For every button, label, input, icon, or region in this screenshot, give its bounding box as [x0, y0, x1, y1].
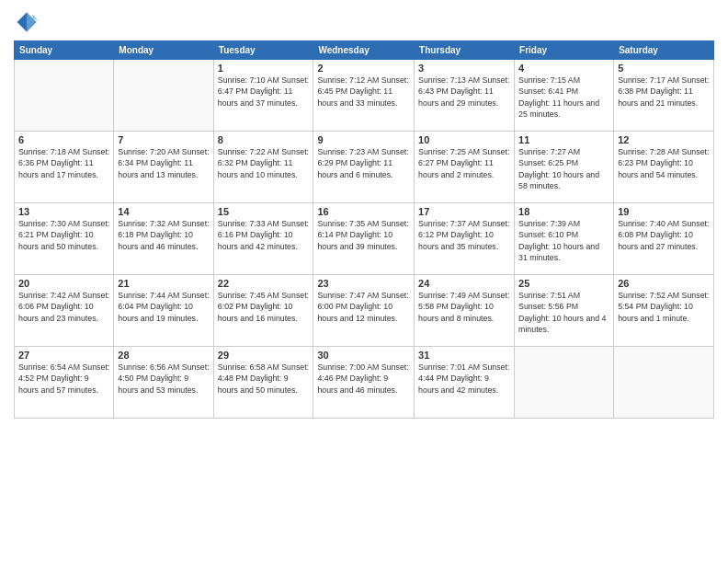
day-cell: 7Sunrise: 7:20 AM Sunset: 6:34 PM Daylig… — [114, 132, 213, 203]
day-cell: 31Sunrise: 7:01 AM Sunset: 4:44 PM Dayli… — [415, 347, 515, 419]
day-number: 13 — [18, 206, 109, 217]
header — [14, 9, 714, 35]
day-info: Sunrise: 6:56 AM Sunset: 4:50 PM Dayligh… — [118, 362, 209, 396]
day-info: Sunrise: 7:42 AM Sunset: 6:06 PM Dayligh… — [18, 290, 109, 324]
day-number: 23 — [317, 278, 410, 289]
day-number: 8 — [218, 134, 310, 145]
day-cell: 30Sunrise: 7:00 AM Sunset: 4:46 PM Dayli… — [313, 347, 415, 419]
day-number: 4 — [518, 63, 609, 74]
day-number: 30 — [317, 350, 410, 361]
day-info: Sunrise: 7:17 AM Sunset: 6:38 PM Dayligh… — [618, 75, 710, 109]
col-header-sunday: Sunday — [15, 41, 114, 60]
day-number: 17 — [418, 206, 510, 217]
day-info: Sunrise: 6:54 AM Sunset: 4:52 PM Dayligh… — [18, 362, 109, 396]
day-cell: 8Sunrise: 7:22 AM Sunset: 6:32 PM Daylig… — [213, 132, 313, 203]
day-cell: 11Sunrise: 7:27 AM Sunset: 6:25 PM Dayli… — [515, 132, 614, 203]
day-number: 9 — [317, 134, 410, 145]
day-info: Sunrise: 7:37 AM Sunset: 6:12 PM Dayligh… — [418, 218, 510, 252]
day-info: Sunrise: 7:12 AM Sunset: 6:45 PM Dayligh… — [317, 75, 410, 109]
day-number: 6 — [18, 134, 109, 145]
day-cell: 15Sunrise: 7:33 AM Sunset: 6:16 PM Dayli… — [213, 203, 313, 275]
day-info: Sunrise: 7:01 AM Sunset: 4:44 PM Dayligh… — [418, 362, 510, 396]
day-cell — [114, 60, 213, 132]
page: SundayMondayTuesdayWednesdayThursdayFrid… — [0, 0, 728, 563]
day-number: 25 — [518, 278, 609, 289]
day-cell: 16Sunrise: 7:35 AM Sunset: 6:14 PM Dayli… — [313, 203, 415, 275]
day-info: Sunrise: 7:40 AM Sunset: 6:08 PM Dayligh… — [618, 218, 710, 252]
day-number: 26 — [618, 278, 710, 289]
day-cell: 12Sunrise: 7:28 AM Sunset: 6:23 PM Dayli… — [614, 132, 714, 203]
day-info: Sunrise: 7:13 AM Sunset: 6:43 PM Dayligh… — [418, 75, 510, 109]
day-info: Sunrise: 7:52 AM Sunset: 5:54 PM Dayligh… — [618, 290, 710, 324]
col-header-friday: Friday — [515, 41, 614, 60]
day-number: 15 — [218, 206, 310, 217]
day-cell: 4Sunrise: 7:15 AM Sunset: 6:41 PM Daylig… — [515, 60, 614, 132]
week-row-4: 27Sunrise: 6:54 AM Sunset: 4:52 PM Dayli… — [15, 347, 714, 419]
day-number: 22 — [218, 278, 310, 289]
week-row-1: 6Sunrise: 7:18 AM Sunset: 6:36 PM Daylig… — [15, 132, 714, 203]
day-number: 5 — [618, 63, 710, 74]
day-number: 3 — [418, 63, 510, 74]
day-number: 31 — [418, 350, 510, 361]
day-number: 1 — [218, 63, 310, 74]
day-number: 10 — [418, 134, 510, 145]
day-cell: 1Sunrise: 7:10 AM Sunset: 6:47 PM Daylig… — [213, 60, 313, 132]
day-cell: 19Sunrise: 7:40 AM Sunset: 6:08 PM Dayli… — [614, 203, 714, 275]
day-info: Sunrise: 7:10 AM Sunset: 6:47 PM Dayligh… — [218, 75, 310, 109]
day-info: Sunrise: 6:58 AM Sunset: 4:48 PM Dayligh… — [218, 362, 310, 396]
calendar: SundayMondayTuesdayWednesdayThursdayFrid… — [14, 40, 714, 419]
logo-icon — [14, 9, 40, 35]
day-number: 11 — [518, 134, 609, 145]
day-number: 12 — [618, 134, 710, 145]
col-header-thursday: Thursday — [415, 41, 515, 60]
day-info: Sunrise: 7:20 AM Sunset: 6:34 PM Dayligh… — [118, 146, 209, 180]
day-info: Sunrise: 7:45 AM Sunset: 6:02 PM Dayligh… — [218, 290, 310, 324]
day-number: 21 — [118, 278, 209, 289]
day-info: Sunrise: 7:00 AM Sunset: 4:46 PM Dayligh… — [317, 362, 410, 396]
col-header-tuesday: Tuesday — [213, 41, 313, 60]
day-number: 16 — [317, 206, 410, 217]
col-header-wednesday: Wednesday — [313, 41, 415, 60]
day-cell: 14Sunrise: 7:32 AM Sunset: 6:18 PM Dayli… — [114, 203, 213, 275]
day-cell — [15, 60, 114, 132]
day-info: Sunrise: 7:51 AM Sunset: 5:56 PM Dayligh… — [518, 290, 609, 335]
day-cell: 10Sunrise: 7:25 AM Sunset: 6:27 PM Dayli… — [415, 132, 515, 203]
day-number: 28 — [118, 350, 209, 361]
day-info: Sunrise: 7:32 AM Sunset: 6:18 PM Dayligh… — [118, 218, 209, 252]
day-cell: 27Sunrise: 6:54 AM Sunset: 4:52 PM Dayli… — [15, 347, 114, 419]
day-cell — [515, 347, 614, 419]
day-cell: 29Sunrise: 6:58 AM Sunset: 4:48 PM Dayli… — [213, 347, 313, 419]
week-row-2: 13Sunrise: 7:30 AM Sunset: 6:21 PM Dayli… — [15, 203, 714, 275]
day-info: Sunrise: 7:23 AM Sunset: 6:29 PM Dayligh… — [317, 146, 410, 180]
day-cell: 6Sunrise: 7:18 AM Sunset: 6:36 PM Daylig… — [15, 132, 114, 203]
day-cell: 28Sunrise: 6:56 AM Sunset: 4:50 PM Dayli… — [114, 347, 213, 419]
day-cell: 18Sunrise: 7:39 AM Sunset: 6:10 PM Dayli… — [515, 203, 614, 275]
day-info: Sunrise: 7:44 AM Sunset: 6:04 PM Dayligh… — [118, 290, 209, 324]
day-cell: 9Sunrise: 7:23 AM Sunset: 6:29 PM Daylig… — [313, 132, 415, 203]
week-row-0: 1Sunrise: 7:10 AM Sunset: 6:47 PM Daylig… — [15, 60, 714, 132]
day-info: Sunrise: 7:18 AM Sunset: 6:36 PM Dayligh… — [18, 146, 109, 180]
day-number: 14 — [118, 206, 209, 217]
week-row-3: 20Sunrise: 7:42 AM Sunset: 6:06 PM Dayli… — [15, 275, 714, 347]
day-info: Sunrise: 7:27 AM Sunset: 6:25 PM Dayligh… — [518, 146, 609, 191]
day-cell: 22Sunrise: 7:45 AM Sunset: 6:02 PM Dayli… — [213, 275, 313, 347]
day-cell: 2Sunrise: 7:12 AM Sunset: 6:45 PM Daylig… — [313, 60, 415, 132]
day-cell: 21Sunrise: 7:44 AM Sunset: 6:04 PM Dayli… — [114, 275, 213, 347]
header-row: SundayMondayTuesdayWednesdayThursdayFrid… — [15, 41, 714, 60]
day-cell: 17Sunrise: 7:37 AM Sunset: 6:12 PM Dayli… — [415, 203, 515, 275]
day-info: Sunrise: 7:47 AM Sunset: 6:00 PM Dayligh… — [317, 290, 410, 324]
day-number: 18 — [518, 206, 609, 217]
day-info: Sunrise: 7:25 AM Sunset: 6:27 PM Dayligh… — [418, 146, 510, 180]
day-info: Sunrise: 7:28 AM Sunset: 6:23 PM Dayligh… — [618, 146, 710, 180]
day-info: Sunrise: 7:35 AM Sunset: 6:14 PM Dayligh… — [317, 218, 410, 252]
day-cell: 26Sunrise: 7:52 AM Sunset: 5:54 PM Dayli… — [614, 275, 714, 347]
day-info: Sunrise: 7:30 AM Sunset: 6:21 PM Dayligh… — [18, 218, 109, 252]
day-info: Sunrise: 7:39 AM Sunset: 6:10 PM Dayligh… — [518, 218, 609, 263]
day-cell: 5Sunrise: 7:17 AM Sunset: 6:38 PM Daylig… — [614, 60, 714, 132]
day-number: 27 — [18, 350, 109, 361]
col-header-saturday: Saturday — [614, 41, 714, 60]
day-number: 19 — [618, 206, 710, 217]
day-cell: 24Sunrise: 7:49 AM Sunset: 5:58 PM Dayli… — [415, 275, 515, 347]
day-cell: 13Sunrise: 7:30 AM Sunset: 6:21 PM Dayli… — [15, 203, 114, 275]
svg-marker-1 — [27, 13, 37, 32]
